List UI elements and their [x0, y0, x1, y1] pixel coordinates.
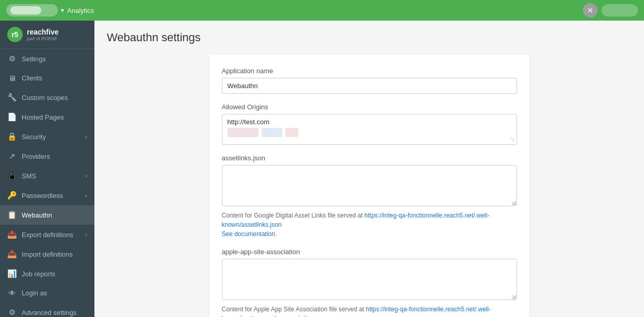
providers-icon: ↗ [7, 152, 17, 161]
logo-text: reachfive [27, 28, 58, 36]
analytics-tab[interactable]: Analytics [67, 7, 94, 14]
page-title: Webauthn settings [107, 31, 632, 44]
apple-textarea[interactable] [222, 259, 517, 300]
topbar: ▾ Analytics ✕ [0, 0, 644, 21]
logo-sub: part of PORSE [27, 36, 58, 41]
sidebar-item-label: Hosted Pages [22, 113, 64, 121]
sidebar-item-webauthn[interactable]: 📋 Webauthn [0, 205, 94, 225]
assetlinks-helper: Content for Google Digital Asset Links f… [222, 211, 517, 239]
main-content: Webauthn settings Application name Allow… [94, 21, 644, 317]
env-selector[interactable] [6, 4, 58, 16]
chevron-right-icon: › [85, 231, 87, 238]
job-reports-icon: 📊 [7, 269, 17, 278]
sidebar-item-label: Webauthn [22, 211, 52, 219]
topbar-action-button[interactable] [602, 4, 638, 16]
sidebar-item-import-definitions[interactable]: 📥 Import definitions [0, 244, 94, 264]
webauthn-icon: 📋 [7, 210, 17, 220]
sidebar-item-advanced-settings[interactable]: ⚙ Advanced settings [0, 303, 94, 317]
assetlinks-wrapper: ⤡ [222, 165, 517, 208]
login-as-icon: 👁 [7, 289, 17, 297]
apple-group: apple-app-site-association ⤡ Content for… [222, 248, 517, 317]
chevron-right-icon: › [85, 192, 87, 198]
sidebar-item-providers[interactable]: ↗ Providers [0, 146, 94, 166]
sms-icon: 📱 [7, 171, 17, 180]
sidebar-logo: r5 reachfive part of PORSE [0, 21, 94, 49]
chevron-right-icon: › [85, 134, 87, 140]
sidebar: r5 reachfive part of PORSE ⚙ Settings 🖥 … [0, 21, 94, 317]
sidebar-item-job-reports[interactable]: 📊 Job reports [0, 264, 94, 283]
env-chevron-icon[interactable]: ▾ [61, 7, 64, 14]
origin-tag [228, 128, 259, 137]
sidebar-item-security[interactable]: 🔒 Security › [0, 127, 94, 146]
sidebar-item-label: Settings [22, 55, 46, 63]
apple-wrapper: ⤡ [222, 259, 517, 302]
sidebar-item-sms[interactable]: 📱 SMS › [0, 166, 94, 186]
passwordless-icon: 🔑 [7, 191, 17, 200]
assetlinks-see-doc-link[interactable]: See documentation. [222, 230, 277, 238]
advanced-settings-icon: ⚙ [7, 308, 17, 317]
sidebar-item-login-as[interactable]: 👁 Login as [0, 283, 94, 303]
sidebar-item-passwordless[interactable]: 🔑 Passwordless › [0, 186, 94, 205]
apple-helper: Content for Apple App Site Association f… [222, 305, 517, 317]
sidebar-item-label: Login as [22, 289, 47, 297]
app-name-label: Application name [222, 67, 517, 75]
settings-icon: ⚙ [7, 54, 17, 63]
security-icon: 🔒 [7, 132, 17, 141]
assetlinks-textarea[interactable] [222, 165, 517, 206]
sidebar-item-label: Export definitions [22, 231, 73, 239]
clients-icon: 🖥 [7, 74, 17, 82]
hosted-pages-icon: 📄 [7, 112, 17, 122]
allowed-origins-group: Allowed Origins http://test.com ⤡ [222, 103, 517, 145]
sidebar-item-label: Job reports [22, 270, 55, 278]
export-icon: 📤 [7, 230, 17, 239]
sidebar-item-label: Passwordless [22, 192, 63, 199]
sidebar-item-label: SMS [22, 172, 36, 180]
sidebar-item-export-definitions[interactable]: 📤 Export definitions › [0, 225, 94, 244]
assetlinks-label: assetlinks.json [222, 154, 517, 162]
app-name-input[interactable] [222, 78, 517, 94]
chevron-right-icon: › [85, 173, 87, 179]
sidebar-item-clients[interactable]: 🖥 Clients [0, 69, 94, 88]
sidebar-item-label: Security [22, 133, 46, 141]
topbar-left: ▾ Analytics [6, 4, 94, 16]
import-icon: 📥 [7, 249, 17, 259]
allowed-origins-label: Allowed Origins [222, 103, 517, 111]
app-name-group: Application name [222, 67, 517, 94]
origins-tags [228, 128, 511, 137]
allowed-origins-area[interactable]: http://test.com ⤡ [222, 114, 517, 145]
origin-tag [285, 128, 298, 137]
apple-label: apple-app-site-association [222, 248, 517, 256]
sidebar-item-label: Clients [22, 74, 42, 82]
sidebar-item-label: Providers [22, 153, 50, 160]
sidebar-item-settings[interactable]: ⚙ Settings [0, 49, 94, 69]
assetlinks-group: assetlinks.json ⤡ Content for Google Dig… [222, 154, 517, 239]
sidebar-item-label: Import definitions [22, 251, 73, 258]
logo-icon: r5 [7, 27, 23, 42]
sidebar-item-hosted-pages[interactable]: 📄 Hosted Pages [0, 107, 94, 127]
custom-scopes-icon: 🔧 [7, 93, 17, 102]
user-avatar[interactable]: ✕ [583, 3, 598, 18]
sidebar-item-label: Custom scopes [22, 94, 68, 102]
sidebar-item-custom-scopes[interactable]: 🔧 Custom scopes [0, 88, 94, 107]
origin-tag [262, 128, 282, 137]
origins-line1: http://test.com [228, 118, 511, 126]
webauthn-settings-card: Application name Allowed Origins http://… [210, 55, 529, 317]
topbar-right: ✕ [583, 3, 638, 18]
sidebar-item-label: Advanced settings [22, 309, 76, 316]
